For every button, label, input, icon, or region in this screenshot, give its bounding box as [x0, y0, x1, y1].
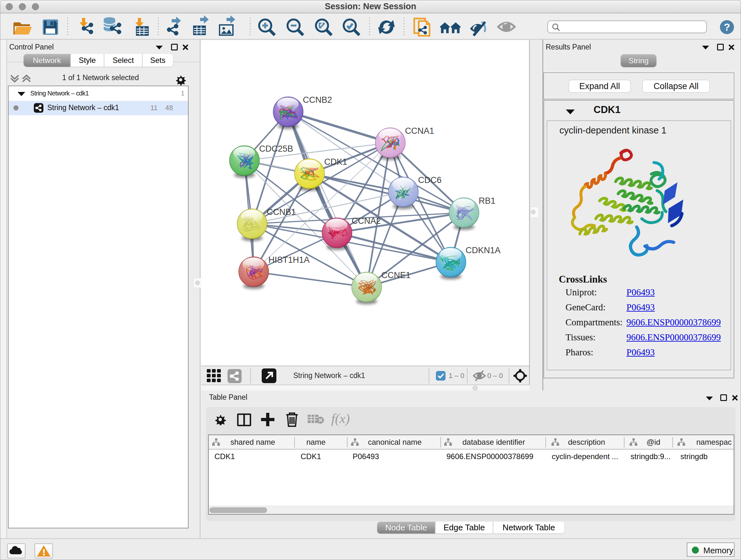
svg-text:CDK1: CDK1 [324, 157, 347, 167]
svg-text:CCNB2: CCNB2 [303, 95, 332, 105]
svg-text:CDC25B: CDC25B [259, 144, 293, 153]
svg-text:CDC6: CDC6 [418, 175, 442, 185]
svg-text:CDKN1A: CDKN1A [466, 246, 501, 255]
svg-text:RB1: RB1 [479, 196, 495, 206]
svg-text:CCNA2: CCNA2 [352, 216, 381, 226]
svg-text:CCNB1: CCNB1 [267, 207, 296, 217]
svg-text:CCNE1: CCNE1 [381, 270, 411, 280]
svg-text:HIST1H1A: HIST1H1A [268, 255, 310, 265]
svg-text:CCNA1: CCNA1 [405, 126, 434, 136]
